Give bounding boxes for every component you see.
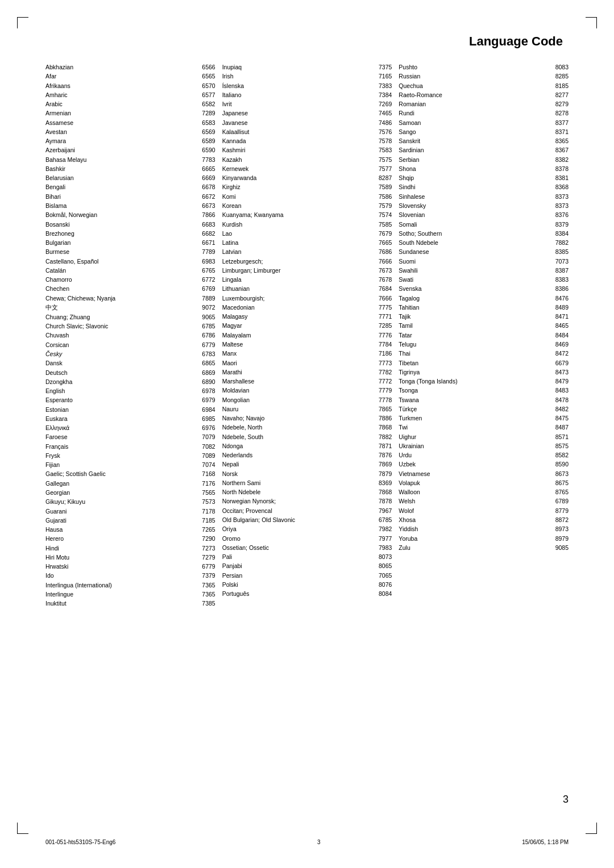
- corner-mark-tr: [586, 17, 597, 28]
- language-name: Letzeburgesch;: [222, 257, 372, 266]
- language-code: 6869: [195, 368, 215, 377]
- language-code: 7666: [371, 257, 392, 266]
- list-item: Panjabi8065: [222, 561, 392, 570]
- list-item: Euskara6985: [45, 414, 215, 423]
- language-code: 8475: [548, 414, 569, 423]
- list-item: Sindhi8368: [399, 182, 569, 191]
- list-item: Azerbaijani6590: [45, 145, 215, 155]
- language-code: 7583: [371, 145, 392, 155]
- list-item: Ελληνικά6976: [45, 423, 215, 432]
- list-item: Estonian6984: [45, 405, 215, 414]
- language-name: Romanian: [399, 99, 548, 108]
- page-title: Language Code: [45, 34, 569, 49]
- list-item: Oriya7982: [222, 524, 392, 533]
- list-item: Telugu8469: [399, 340, 569, 349]
- language-code: 7365: [195, 590, 215, 599]
- language-name: Chewa; Chichewa; Nyanja: [45, 294, 195, 303]
- language-code: 7878: [371, 496, 392, 506]
- language-name: Maori: [222, 358, 372, 368]
- language-code: 7385: [195, 599, 215, 608]
- language-code: 8373: [548, 192, 569, 201]
- language-code: 6682: [195, 229, 215, 238]
- language-name: Gallegan: [45, 479, 195, 488]
- language-code: 7178: [195, 507, 215, 516]
- language-name: Belarusian: [45, 173, 195, 182]
- list-item: Gaelic; Scottish Gaelic7168: [45, 469, 215, 478]
- language-code: 8379: [548, 220, 569, 229]
- list-item: Swahili8387: [399, 266, 569, 275]
- column-3: Pushto8083Russian8285Quechua8185Raeto-Ro…: [395, 62, 569, 608]
- language-name: Hrwatski: [45, 562, 195, 571]
- list-item: Dzongkha6890: [45, 377, 215, 386]
- list-item: Faroese7079: [45, 432, 215, 441]
- language-name: English: [45, 386, 195, 395]
- language-name: Norsk: [222, 469, 372, 478]
- language-code: 7789: [195, 247, 215, 256]
- language-name: Yoruba: [399, 534, 548, 543]
- list-item: Malayalam7776: [222, 331, 392, 340]
- language-code: 8073: [371, 552, 392, 561]
- list-item: Sundanese8385: [399, 247, 569, 256]
- list-item: Bulgarian6671: [45, 238, 215, 247]
- list-item: Hrwatski6779: [45, 562, 215, 571]
- language-code: 7784: [371, 340, 392, 349]
- list-item: Ndonga7871: [222, 441, 392, 450]
- language-name: Occitan; Provencal: [222, 506, 372, 515]
- list-item: Kuanyama; Kwanyama7574: [222, 210, 392, 219]
- language-name: Ndebele, North: [222, 423, 372, 432]
- language-code: 7679: [371, 229, 392, 238]
- list-item: Samoan8377: [399, 118, 569, 127]
- language-name: Ukrainian: [399, 441, 548, 450]
- list-item: Vietnamese8673: [399, 469, 569, 478]
- language-code: 7365: [195, 581, 215, 590]
- page-number: 3: [563, 794, 569, 806]
- language-code: 8973: [548, 524, 569, 533]
- language-code: 8779: [548, 506, 569, 515]
- language-name: Kinyarwanda: [222, 173, 372, 182]
- language-name: Georgian: [45, 488, 195, 497]
- language-name: Tibetan: [399, 358, 548, 368]
- language-name: Walloon: [399, 487, 548, 496]
- language-code: 6785: [371, 515, 392, 524]
- list-item: Yoruba8979: [399, 534, 569, 543]
- list-item: Catalán6765: [45, 266, 215, 275]
- language-code: 8378: [548, 164, 569, 173]
- list-item: Norwegian Nynorsk;7878: [222, 496, 392, 506]
- language-code: 8385: [548, 247, 569, 256]
- language-code: 6865: [195, 358, 215, 368]
- list-item: Navaho; Navajo7886: [222, 414, 392, 423]
- language-name: Zulu: [399, 543, 548, 552]
- language-name: Luxembourgish;: [222, 294, 372, 303]
- language-name: Abkhazian: [45, 62, 195, 72]
- list-item: Inuktitut7385: [45, 599, 215, 608]
- footer-right: 15/06/05, 1:18 PM: [522, 839, 569, 845]
- language-name: Kirghiz: [222, 182, 372, 191]
- language-name: Italiano: [222, 90, 372, 99]
- language-code: 6669: [195, 173, 215, 182]
- list-item: Walloon8765: [399, 487, 569, 496]
- list-item: Zulu9085: [399, 543, 569, 552]
- list-item: Interlingua (International)7365: [45, 581, 215, 590]
- language-name: Arabic: [45, 99, 195, 108]
- list-item: Corsican6779: [45, 340, 215, 349]
- language-name: Shqip: [399, 173, 548, 182]
- language-code: 7585: [371, 220, 392, 229]
- list-item: Quechua8185: [399, 81, 569, 90]
- language-code: 7074: [195, 460, 215, 469]
- language-code: 7882: [548, 238, 569, 247]
- language-code: 8765: [548, 487, 569, 496]
- language-name: Sundanese: [399, 247, 548, 256]
- list-item: Sanskrit8365: [399, 136, 569, 145]
- list-item: Esperanto6979: [45, 395, 215, 404]
- list-item: Chechen6769: [45, 284, 215, 293]
- language-name: Kannada: [222, 136, 372, 145]
- list-item: Maltese7784: [222, 340, 392, 349]
- language-name: Bashkir: [45, 164, 195, 173]
- language-code: 7783: [195, 155, 215, 164]
- language-code: 6983: [195, 257, 215, 266]
- language-code: 8083: [548, 62, 569, 72]
- language-name: Svenska: [399, 284, 548, 293]
- corner-mark-bl: [17, 823, 28, 834]
- list-item: Tsonga8483: [399, 386, 569, 395]
- language-code: 7269: [371, 99, 392, 108]
